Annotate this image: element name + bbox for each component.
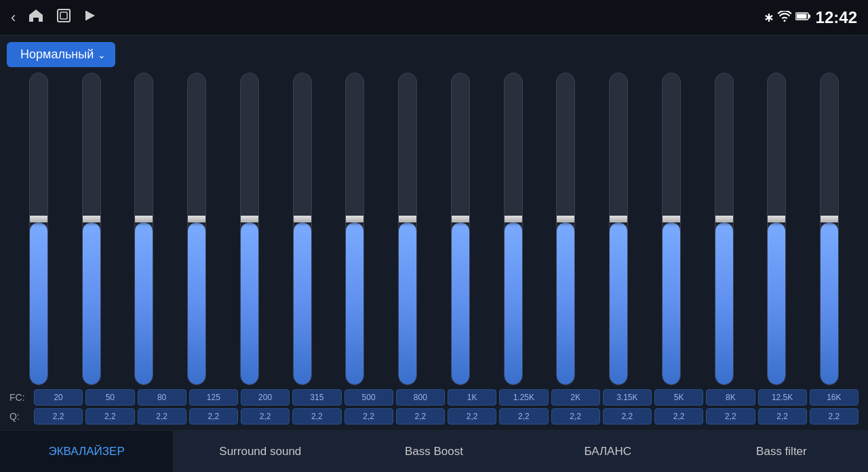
slider-thumb-1K[interactable] bbox=[451, 216, 470, 222]
slider-track-8K[interactable] bbox=[715, 73, 734, 385]
fc-badge-1K[interactable]: 1K bbox=[448, 389, 496, 406]
slider-thumb-200[interactable] bbox=[240, 216, 259, 222]
q-badge-1K[interactable]: 2,2 bbox=[448, 408, 496, 425]
q-badge-315[interactable]: 2,2 bbox=[292, 408, 341, 425]
q-badge-125[interactable]: 2,2 bbox=[189, 408, 238, 425]
slider-thumb-315[interactable] bbox=[293, 216, 312, 222]
slider-thumb-125[interactable] bbox=[187, 216, 206, 222]
slider-track-20[interactable] bbox=[29, 73, 48, 385]
q-badge-3.15K[interactable]: 2,2 bbox=[603, 408, 652, 425]
slider-track-1.25K[interactable] bbox=[504, 73, 523, 385]
slider-thumb-2K[interactable] bbox=[556, 216, 575, 222]
fc-badge-80[interactable]: 80 bbox=[138, 389, 186, 406]
slider-fill-8K bbox=[715, 222, 733, 385]
q-badge-16K[interactable]: 2,2 bbox=[810, 408, 859, 425]
slider-fill-20 bbox=[30, 222, 47, 385]
slider-thumb-50[interactable] bbox=[82, 216, 101, 222]
slider-track-12.5K[interactable] bbox=[767, 73, 786, 385]
fc-values: 2050801252003155008001K1.25K2K3.15K5K8K1… bbox=[34, 389, 859, 406]
fc-row: FC: 2050801252003155008001K1.25K2K3.15K5… bbox=[7, 389, 861, 406]
slider-column-12.5K bbox=[752, 73, 802, 385]
fc-badge-315[interactable]: 315 bbox=[292, 389, 341, 406]
fc-badge-500[interactable]: 500 bbox=[344, 389, 393, 406]
tab-bass-boost[interactable]: Bass Boost bbox=[347, 431, 521, 472]
slider-track-80[interactable] bbox=[134, 73, 153, 385]
slider-track-200[interactable] bbox=[240, 73, 259, 385]
slider-thumb-1.25K[interactable] bbox=[504, 216, 523, 222]
tab-bass-filter[interactable]: Bass filter bbox=[695, 431, 868, 472]
fc-badge-5K[interactable]: 5K bbox=[654, 389, 703, 406]
bluetooth-icon: ∗ bbox=[764, 10, 774, 25]
slider-track-50[interactable] bbox=[82, 73, 101, 385]
slider-column-16K bbox=[804, 73, 854, 385]
fc-badge-1.25K[interactable]: 1.25K bbox=[499, 389, 548, 406]
fc-badge-125[interactable]: 125 bbox=[189, 389, 238, 406]
preset-button[interactable]: Нормальный ⌄ bbox=[7, 42, 115, 67]
battery-icon bbox=[795, 12, 810, 23]
slider-thumb-3.15K[interactable] bbox=[609, 216, 628, 222]
preset-label: Нормальный bbox=[20, 47, 94, 62]
clock: 12:42 bbox=[816, 8, 857, 27]
slider-column-80 bbox=[119, 73, 170, 385]
play-icon[interactable] bbox=[83, 9, 97, 26]
svg-rect-4 bbox=[808, 15, 810, 18]
q-badge-1.25K[interactable]: 2,2 bbox=[499, 408, 548, 425]
q-badge-200[interactable]: 2,2 bbox=[241, 408, 290, 425]
main-content: Нормальный ⌄ FC: 2050801252003155008001K… bbox=[0, 35, 868, 430]
fc-badge-3.15K[interactable]: 3.15K bbox=[603, 389, 652, 406]
q-badge-8K[interactable]: 2,2 bbox=[706, 408, 755, 425]
fc-badge-50[interactable]: 50 bbox=[85, 389, 134, 406]
slider-fill-80 bbox=[135, 222, 153, 385]
q-badge-500[interactable]: 2,2 bbox=[344, 408, 393, 425]
slider-track-500[interactable] bbox=[345, 73, 364, 385]
fc-badge-8K[interactable]: 8K bbox=[706, 389, 755, 406]
slider-track-16K[interactable] bbox=[820, 73, 839, 385]
back-icon[interactable]: ‹ bbox=[11, 9, 16, 26]
slider-track-315[interactable] bbox=[293, 73, 312, 385]
slider-thumb-20[interactable] bbox=[29, 216, 48, 222]
q-badge-20[interactable]: 2,2 bbox=[34, 408, 83, 425]
slider-column-5K bbox=[646, 73, 696, 385]
window-icon[interactable] bbox=[56, 8, 71, 27]
slider-fill-200 bbox=[241, 222, 258, 385]
slider-track-3.15K[interactable] bbox=[609, 73, 628, 385]
fc-badge-16K[interactable]: 16K bbox=[810, 389, 859, 406]
slider-column-8K bbox=[699, 73, 749, 385]
q-badge-2K[interactable]: 2,2 bbox=[551, 408, 600, 425]
slider-thumb-500[interactable] bbox=[345, 216, 364, 222]
slider-column-3.15K bbox=[593, 73, 644, 385]
tab-surround[interactable]: Surround sound bbox=[174, 431, 347, 472]
fc-badge-20[interactable]: 20 bbox=[34, 389, 83, 406]
connectivity-icons: ∗ bbox=[764, 10, 810, 25]
slider-column-2K bbox=[541, 73, 591, 385]
tab-equalizer[interactable]: ЭКВАЛАЙЗЕР bbox=[0, 431, 174, 472]
slider-track-125[interactable] bbox=[187, 73, 206, 385]
slider-thumb-5K[interactable] bbox=[662, 216, 681, 222]
slider-fill-12.5K bbox=[768, 222, 785, 385]
slider-thumb-800[interactable] bbox=[398, 216, 417, 222]
fc-badge-200[interactable]: 200 bbox=[241, 389, 290, 406]
q-badge-12.5K[interactable]: 2,2 bbox=[758, 408, 807, 425]
tab-balance[interactable]: БАЛАНС bbox=[521, 431, 695, 472]
slider-track-2K[interactable] bbox=[556, 73, 575, 385]
slider-track-1K[interactable] bbox=[451, 73, 470, 385]
fc-badge-800[interactable]: 800 bbox=[396, 389, 445, 406]
q-badge-800[interactable]: 2,2 bbox=[396, 408, 445, 425]
q-badge-80[interactable]: 2,2 bbox=[138, 408, 186, 425]
q-badge-50[interactable]: 2,2 bbox=[85, 408, 134, 425]
slider-track-800[interactable] bbox=[398, 73, 417, 385]
home-icon[interactable] bbox=[28, 8, 44, 27]
fc-label: FC: bbox=[9, 392, 31, 403]
slider-track-5K[interactable] bbox=[662, 73, 681, 385]
wifi-icon bbox=[777, 11, 792, 24]
slider-thumb-12.5K[interactable] bbox=[767, 216, 786, 222]
q-badge-5K[interactable]: 2,2 bbox=[654, 408, 703, 425]
equalizer-section: FC: 2050801252003155008001K1.25K2K3.15K5… bbox=[7, 73, 861, 430]
fc-badge-2K[interactable]: 2K bbox=[551, 389, 600, 406]
slider-thumb-8K[interactable] bbox=[715, 216, 734, 222]
slider-thumb-16K[interactable] bbox=[820, 216, 839, 222]
svg-rect-1 bbox=[60, 12, 67, 19]
fc-badge-12.5K[interactable]: 12.5K bbox=[758, 389, 807, 406]
slider-column-125 bbox=[172, 73, 222, 385]
slider-thumb-80[interactable] bbox=[134, 216, 153, 222]
